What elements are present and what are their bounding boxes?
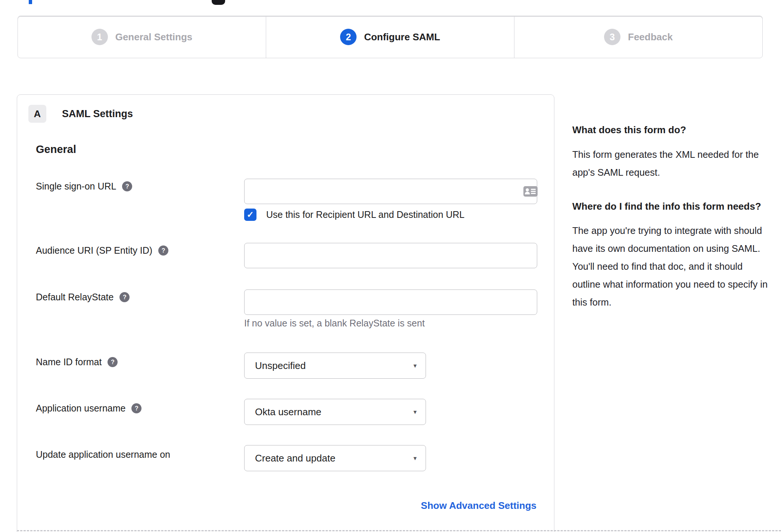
help-icon[interactable]: ? xyxy=(119,292,130,302)
relay-state-label: Default RelayState ? xyxy=(36,292,130,303)
sso-url-label-text: Single sign-on URL xyxy=(36,181,116,192)
help-icon[interactable]: ? xyxy=(158,245,168,256)
step-configure-saml[interactable]: 2 Configure SAML xyxy=(266,16,514,58)
step-number-badge: 1 xyxy=(91,29,108,45)
audience-uri-label-text: Audience URI (SP Entity ID) xyxy=(36,245,152,256)
chevron-down-icon: ▾ xyxy=(413,454,417,462)
general-group-heading: General xyxy=(36,143,76,156)
step-feedback[interactable]: 3 Feedback xyxy=(514,16,762,58)
sso-url-input[interactable] xyxy=(244,179,537,204)
cutoff-logo-fragment xyxy=(29,0,32,4)
update-username-label: Update application username on xyxy=(36,449,170,460)
section-a-badge: A xyxy=(28,105,46,123)
sidebar-body-where: The app you're trying to integrate with … xyxy=(572,222,772,312)
step-number-badge: 3 xyxy=(604,29,620,45)
sidebar-heading-what: What does this form do? xyxy=(572,122,772,138)
step-number-badge: 2 xyxy=(340,29,357,45)
sidebar-heading-where: Where do I find the info this form needs… xyxy=(572,198,772,215)
section-dashed-divider xyxy=(17,530,781,531)
step-label: Feedback xyxy=(628,31,673,43)
recipient-destination-checkbox-label: Use this for Recipient URL and Destinati… xyxy=(266,209,464,220)
step-label: Configure SAML xyxy=(364,31,440,43)
saml-settings-panel: A SAML Settings General Single sign-on U… xyxy=(17,94,554,532)
sidebar-body-what: This form generates the XML needed for t… xyxy=(572,146,772,182)
name-id-format-select[interactable]: Unspecified ▾ xyxy=(244,353,426,379)
sso-recipient-checkbox-row: ✓ Use this for Recipient URL and Destina… xyxy=(244,209,464,221)
application-username-select[interactable]: Okta username ▾ xyxy=(244,399,426,425)
name-id-format-value: Unspecified xyxy=(255,360,413,372)
update-username-label-text: Update application username on xyxy=(36,449,170,460)
chevron-down-icon: ▾ xyxy=(413,408,417,416)
show-advanced-settings-link[interactable]: Show Advanced Settings xyxy=(421,500,536,511)
relay-state-input[interactable] xyxy=(244,290,537,315)
help-sidebar: What does this form do? This form genera… xyxy=(572,122,772,328)
update-username-select[interactable]: Create and update ▾ xyxy=(244,445,426,471)
application-username-label-text: Application username xyxy=(36,403,125,414)
help-icon[interactable]: ? xyxy=(108,357,118,367)
relay-state-hint: If no value is set, a blank RelayState i… xyxy=(244,318,425,329)
name-id-format-label-text: Name ID format xyxy=(36,357,102,367)
sso-url-label: Single sign-on URL ? xyxy=(36,181,132,192)
name-id-format-label: Name ID format ? xyxy=(36,357,118,367)
audience-uri-label: Audience URI (SP Entity ID) ? xyxy=(36,245,168,256)
application-username-value: Okta username xyxy=(255,406,413,418)
cutoff-icon-fragment xyxy=(212,0,225,5)
help-icon[interactable]: ? xyxy=(122,181,132,191)
section-title: SAML Settings xyxy=(62,108,133,120)
step-label: General Settings xyxy=(115,31,193,43)
audience-uri-input[interactable] xyxy=(244,243,537,268)
relay-state-label-text: Default RelayState xyxy=(36,292,113,303)
recipient-destination-checkbox[interactable]: ✓ xyxy=(244,209,256,221)
update-username-value: Create and update xyxy=(255,453,413,464)
help-icon[interactable]: ? xyxy=(131,403,141,413)
application-username-label: Application username ? xyxy=(36,403,141,414)
wizard-stepper: 1 General Settings 2 Configure SAML 3 Fe… xyxy=(18,16,763,58)
chevron-down-icon: ▾ xyxy=(413,362,417,370)
step-general-settings[interactable]: 1 General Settings xyxy=(18,16,266,58)
autofill-contact-card-icon[interactable] xyxy=(523,186,538,197)
panel-header: A SAML Settings xyxy=(28,105,133,123)
